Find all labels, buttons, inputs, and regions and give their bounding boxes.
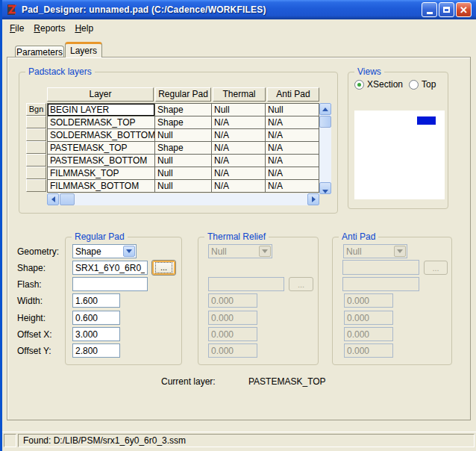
column-header-regular-pad[interactable]: Regular Pad: [155, 87, 211, 102]
minimize-button[interactable]: [422, 2, 437, 17]
thermal-geometry-value: Null: [211, 246, 227, 257]
cell-layer[interactable]: PASTEMASK_BOTTOM: [48, 155, 155, 167]
table-row[interactable]: BEGIN LAYER Shape Null Null: [48, 104, 319, 116]
radio-top[interactable]: Top: [409, 79, 436, 90]
status-bar: Found: D:/LIB/PSM/srx1_6y0_6r0_3.ssm: [2, 432, 476, 448]
regular-geometry-value: Shape: [75, 246, 101, 257]
regular-shape-input[interactable]: [72, 261, 148, 275]
radio-unselected-icon[interactable]: [409, 80, 419, 90]
thermal-geometry-select: Null: [208, 244, 272, 258]
anti-height-input: [344, 311, 393, 325]
cell-layer[interactable]: SOLDERMASK_TOP: [48, 116, 155, 128]
cell-thermal-relief[interactable]: N/A: [212, 155, 266, 167]
regular-geometry-select[interactable]: Shape: [72, 244, 137, 258]
table-row[interactable]: PASTEMASK_BOTTOM Null N/A N/A: [48, 155, 319, 167]
offset-x-label: Offset X:: [17, 329, 51, 340]
radio-top-label: Top: [422, 79, 436, 90]
cell-thermal-relief[interactable]: N/A: [212, 142, 266, 154]
cell-regular-pad[interactable]: Shape: [155, 116, 212, 128]
row-header-button[interactable]: [26, 154, 46, 167]
table-horizontal-scrollbar[interactable]: [47, 193, 319, 205]
column-header-anti-pad[interactable]: Anti Pad: [267, 87, 319, 102]
scroll-down-button[interactable]: [319, 182, 331, 194]
cell-regular-pad[interactable]: Null: [155, 180, 212, 193]
maximize-button[interactable]: [439, 2, 454, 17]
close-button[interactable]: ✕: [456, 2, 472, 17]
scroll-left-button[interactable]: [47, 193, 59, 205]
cell-layer[interactable]: BEGIN LAYER: [48, 104, 155, 116]
cell-anti-pad[interactable]: N/A: [266, 155, 319, 167]
row-header-button[interactable]: [26, 179, 46, 192]
table-row[interactable]: SOLDERMASK_TOP Shape N/A N/A: [48, 116, 319, 129]
cell-thermal-relief[interactable]: Null: [212, 104, 266, 116]
cell-layer[interactable]: FILMMASK_TOP: [48, 167, 155, 179]
vertical-scroll-thumb[interactable]: [319, 116, 331, 128]
regular-offset-y-input[interactable]: [72, 343, 120, 358]
cell-anti-pad[interactable]: Null: [266, 104, 319, 116]
thermal-offset-x-input: [208, 327, 257, 341]
cell-regular-pad[interactable]: Null: [155, 167, 212, 179]
thermal-offset-y-input: [208, 343, 257, 358]
column-header-layer[interactable]: Layer: [47, 87, 154, 102]
table-row-headers: Bgn: [26, 103, 46, 192]
regular-width-input[interactable]: [72, 293, 120, 308]
regular-flash-input[interactable]: [72, 277, 148, 291]
scroll-left-icon: [51, 196, 55, 202]
preview-pad-shape: [417, 116, 436, 125]
cell-anti-pad[interactable]: N/A: [266, 129, 319, 141]
regular-offset-x-input[interactable]: [72, 327, 120, 341]
scroll-up-button[interactable]: [319, 103, 331, 115]
cell-layer[interactable]: SOLDERMASK_BOTTOM: [48, 129, 155, 141]
tab-parameters[interactable]: Parameters: [15, 46, 64, 57]
radio-xsection[interactable]: XSection: [354, 79, 403, 90]
status-bar-left-segment: [4, 434, 16, 447]
row-header-button[interactable]: [26, 141, 46, 154]
regular-height-input[interactable]: [72, 311, 120, 325]
column-header-thermal-relief[interactable]: Thermal Relief: [213, 87, 266, 102]
cell-thermal-relief[interactable]: N/A: [212, 129, 266, 141]
cell-thermal-relief[interactable]: N/A: [212, 180, 266, 193]
shape-label: Shape:: [17, 263, 46, 273]
cell-anti-pad[interactable]: N/A: [266, 142, 319, 154]
cell-thermal-relief[interactable]: N/A: [212, 167, 266, 179]
table-row[interactable]: FILMMASK_BOTTOM Null N/A N/A: [48, 180, 319, 193]
table-vertical-scrollbar[interactable]: [319, 103, 331, 194]
pad-designer-window: Pad_Designer: unnamed.pad (C:/Cadence/WO…: [0, 0, 476, 451]
radio-selected-icon[interactable]: [354, 80, 364, 90]
chevron-down-icon: [259, 246, 271, 257]
table-row[interactable]: SOLDERMASK_BOTTOM Null N/A N/A: [48, 129, 319, 142]
regular-shape-browse-button[interactable]: ...: [151, 260, 176, 276]
menu-reports[interactable]: Reports: [34, 23, 65, 34]
cell-anti-pad[interactable]: N/A: [266, 167, 319, 179]
tab-layers[interactable]: Layers: [65, 42, 102, 57]
title-bar: Pad_Designer: unnamed.pad (C:/Cadence/WO…: [2, 0, 476, 19]
cell-regular-pad[interactable]: Shape: [155, 104, 212, 116]
cell-anti-pad[interactable]: N/A: [266, 116, 319, 128]
menu-help[interactable]: Help: [75, 23, 93, 34]
chevron-down-icon[interactable]: [123, 246, 135, 257]
cell-regular-pad[interactable]: Null: [155, 129, 212, 141]
table-row[interactable]: PASTEMASK_TOP Shape N/A N/A: [48, 142, 319, 155]
cell-layer[interactable]: FILMMASK_BOTTOM: [48, 180, 155, 193]
table-row[interactable]: FILMMASK_TOP Null N/A N/A: [48, 167, 319, 180]
padstack-layers-group-label: Padstack layers: [25, 66, 95, 77]
menu-file[interactable]: File: [10, 23, 24, 34]
thermal-width-input: [208, 293, 257, 308]
row-header-button[interactable]: [26, 116, 46, 128]
menu-bar: File Reports Help: [2, 19, 476, 37]
cell-anti-pad[interactable]: N/A: [266, 180, 319, 193]
scroll-right-button[interactable]: [307, 193, 319, 205]
row-header-bgn-button[interactable]: Bgn: [26, 103, 46, 116]
horizontal-scroll-thumb[interactable]: [60, 193, 75, 205]
views-group-label: Views: [354, 66, 384, 77]
maximize-icon: [443, 7, 450, 13]
anti-geometry-value: Null: [346, 246, 362, 257]
row-header-button[interactable]: [26, 128, 46, 141]
cell-layer[interactable]: PASTEMASK_TOP: [48, 142, 155, 154]
row-header-button[interactable]: [26, 167, 46, 179]
radio-xsection-label: XSection: [367, 79, 403, 90]
anti-geometry-select: Null: [343, 244, 407, 258]
cell-thermal-relief[interactable]: N/A: [212, 116, 266, 128]
cell-regular-pad[interactable]: Null: [155, 155, 212, 167]
cell-regular-pad[interactable]: Shape: [155, 142, 212, 154]
